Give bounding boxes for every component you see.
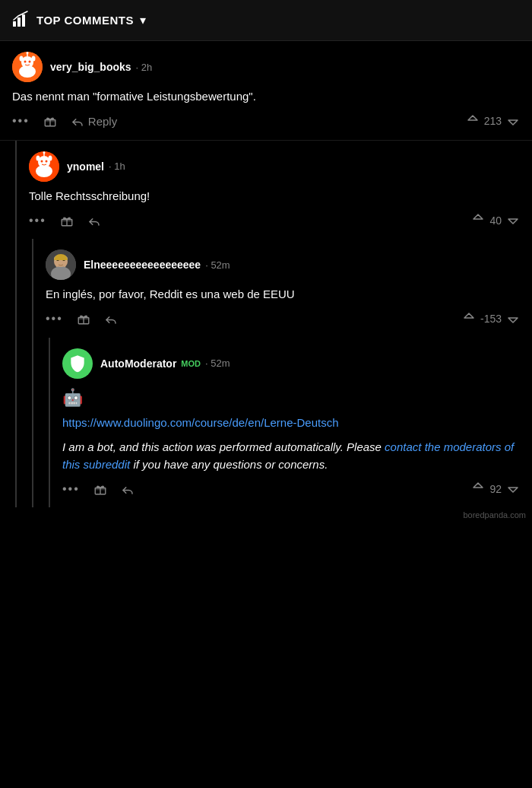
chevron-down-icon[interactable]: ▾ [140, 13, 146, 27]
reply-button[interactable] [104, 312, 118, 326]
svg-point-18 [46, 160, 48, 162]
svg-point-20 [49, 155, 52, 160]
gift-button[interactable] [93, 482, 107, 496]
comment-actions: ••• [46, 311, 520, 327]
username[interactable]: Elneeeeeeeeeeeeeeeee [84, 259, 201, 271]
nested-level-1: ynomel · 1h Tolle Rechtsschreibung! ••• [15, 141, 532, 508]
avatar [62, 348, 93, 379]
svg-point-9 [32, 56, 36, 62]
upvote-button[interactable] [462, 311, 476, 327]
vote-section: -153 [462, 311, 520, 327]
comments-container: very_big_books · 2h Das nennt man "forma… [0, 41, 532, 507]
username[interactable]: AutoModerator [100, 357, 176, 370]
svg-point-7 [29, 61, 31, 63]
duolingo-link[interactable]: https://www.duolingo.com/course/de/en/Le… [62, 415, 520, 432]
comment-1: very_big_books · 2h Das nennt man "forma… [0, 41, 532, 141]
avatar [46, 249, 76, 280]
gift-button[interactable] [60, 214, 74, 227]
more-options-button[interactable]: ••• [62, 482, 80, 496]
comment-body: Tolle Rechtsschreibung! [29, 188, 520, 205]
svg-rect-1 [17, 17, 21, 27]
avatar [12, 52, 43, 82]
vote-count: 92 [489, 483, 502, 495]
comment-header: very_big_books · 2h [12, 52, 520, 82]
vote-count: 213 [484, 115, 502, 127]
svg-point-8 [20, 56, 24, 62]
svg-point-11 [27, 52, 29, 54]
comment-actions: ••• Reply [12, 113, 520, 129]
bot-emoji: 🤖 [62, 385, 520, 410]
svg-rect-2 [22, 14, 25, 27]
bot-message: I am a bot, and this action was performe… [62, 439, 520, 473]
gift-button[interactable] [77, 312, 90, 326]
upvote-button[interactable] [466, 113, 480, 129]
watermark: boredpanda.com [0, 507, 532, 523]
mod-badge: MOD [181, 359, 201, 368]
chart-icon [12, 11, 29, 30]
comment-4: AutoModerator MOD · 52m 🤖 https://www.du… [50, 338, 532, 508]
comment-header: Elneeeeeeeeeeeeeeeee · 52m [46, 249, 520, 280]
bot-text-suffix: if you have any questions or concerns. [130, 458, 328, 471]
comment-2: ynomel · 1h Tolle Rechtsschreibung! ••• [17, 141, 532, 240]
comment-body: 🤖 https://www.duolingo.com/course/de/en/… [62, 385, 520, 474]
comment-body: En inglés, por favor, Reddit es una web … [46, 286, 520, 303]
upvote-button[interactable] [471, 481, 485, 497]
reply-label: Reply [88, 115, 117, 128]
avatar [29, 151, 59, 182]
timestamp: · 52m [205, 357, 230, 369]
svg-point-22 [43, 151, 46, 154]
downvote-button[interactable] [506, 212, 520, 228]
timestamp: · 2h [136, 62, 153, 73]
gift-button[interactable] [43, 114, 57, 128]
header: TOP COMMENTS ▾ [0, 0, 532, 41]
username[interactable]: ynomel [67, 160, 104, 173]
nested-level-3: AutoModerator MOD · 52m 🤖 https://www.du… [49, 338, 532, 508]
vote-section: 213 [466, 113, 520, 129]
more-options-button[interactable]: ••• [29, 214, 46, 227]
svg-point-19 [36, 155, 40, 160]
bot-text-prefix: I am a bot, and this action was performe… [62, 440, 385, 453]
comment-actions: ••• [62, 481, 520, 497]
reply-button[interactable] [87, 214, 101, 227]
more-options-button[interactable]: ••• [46, 312, 63, 326]
username[interactable]: very_big_books [50, 61, 131, 73]
downvote-button[interactable] [506, 481, 520, 497]
svg-point-6 [24, 61, 27, 63]
vote-count: -153 [480, 313, 502, 325]
upvote-button[interactable] [471, 212, 485, 228]
comment-actions: ••• [29, 212, 520, 228]
comment-header: AutoModerator MOD · 52m [62, 348, 520, 379]
reply-button[interactable] [121, 482, 135, 496]
vote-section: 40 [471, 212, 520, 228]
vote-section: 92 [471, 481, 520, 497]
downvote-button[interactable] [506, 311, 520, 327]
more-options-button[interactable]: ••• [12, 114, 30, 128]
timestamp: · 1h [109, 160, 125, 172]
comment-header: ynomel · 1h [29, 151, 520, 182]
comment-body: Das nennt man "formative Leistungsbewert… [12, 88, 520, 106]
svg-point-17 [41, 160, 43, 162]
timestamp: · 52m [205, 259, 230, 271]
reply-button[interactable]: Reply [71, 114, 117, 128]
nested-level-2: Elneeeeeeeeeeeeeeeee · 52m En inglés, po… [32, 239, 532, 507]
svg-rect-0 [13, 21, 16, 27]
header-title: TOP COMMENTS [36, 14, 134, 27]
downvote-button[interactable] [506, 113, 520, 129]
comment-3: Elneeeeeeeeeeeeeeeee · 52m En inglés, po… [33, 239, 532, 338]
vote-count: 40 [489, 214, 502, 227]
